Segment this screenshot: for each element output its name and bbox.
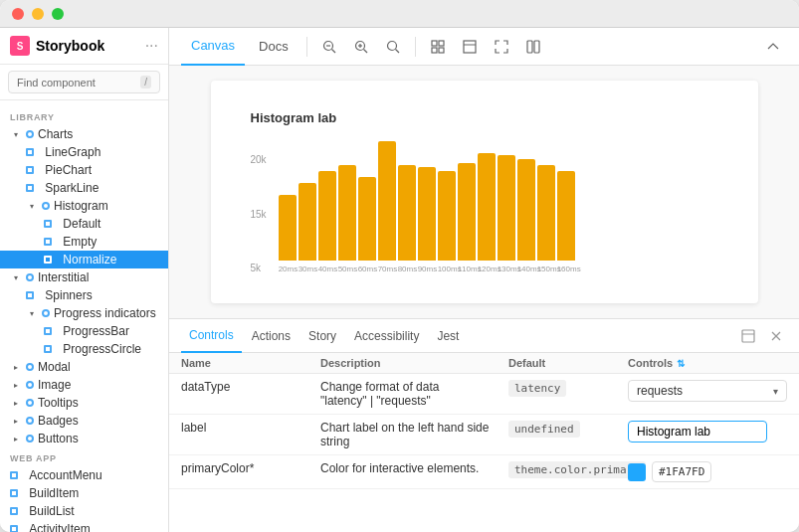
row-name-primarycolor: primaryColor* [181,461,320,475]
row-default-datatype: latency [508,380,628,397]
item-label: AccountMenu [29,468,101,482]
datatype-dropdown[interactable]: requests ▾ [628,380,787,402]
sidebar-item-buildlist[interactable]: BuildList [0,502,168,520]
controls-close-button[interactable] [765,325,787,347]
expand-button[interactable] [759,33,787,61]
story-icon [10,507,18,515]
folder-icon [26,435,34,443]
svg-rect-15 [527,41,532,53]
search-input[interactable]: Find component / [8,71,160,93]
sidebar-item-linegraph[interactable]: LineGraph [0,143,168,161]
chart-bar [557,171,575,261]
controls-expand-button[interactable] [737,325,759,347]
controls-table: Name Description Default Controls ⇅ [169,353,799,532]
sidebar-item-modal[interactable]: ▸ Modal [0,358,168,376]
titlebar [0,0,799,28]
x-label: 70ms [378,265,396,273]
sidebar-item-histogram[interactable]: ▾ Histogram [0,197,168,215]
row-desc-label: Chart label on the left hand side string [320,421,508,448]
sidebar-item-image[interactable]: ▸ Image [0,376,168,394]
sidebar-item-badges[interactable]: ▸ Badges [0,412,168,430]
chart-title: Histogram lab [251,110,718,125]
sidebar-item-empty[interactable]: Empty [0,233,168,251]
sidebar-item-interstitial[interactable]: ▾ Interstitial [0,268,168,286]
expand-icon: ▸ [10,397,22,409]
x-label: 40ms [318,265,336,273]
story-icon [44,345,52,353]
chart-bar [398,165,416,261]
fullscreen-button[interactable] [488,33,515,61]
sidebar-item-tooltips[interactable]: ▸ Tooltips [0,394,168,412]
sidebar-item-default[interactable]: Default [0,215,168,233]
layout-button[interactable] [456,33,484,61]
color-control: #1FA7FD [628,461,787,482]
zoom-in-button[interactable] [347,33,375,61]
table-row: label Chart label on the left hand side … [169,415,799,455]
sidebar-item-progressbar[interactable]: ProgressBar [0,322,168,340]
sidebar-item-normalize[interactable]: Normalize [0,251,168,268]
col-description: Description [320,357,508,369]
item-label: Image [38,378,71,392]
item-label: Buttons [38,432,79,445]
ctrl-tab-controls[interactable]: Controls [181,319,242,353]
story-icon [44,327,52,335]
x-label: 60ms [358,265,376,273]
tab-docs[interactable]: Docs [249,28,299,66]
sidebar-item-piechart[interactable]: PieChart [0,161,168,179]
grid-button[interactable] [424,33,452,61]
chart-bar [338,165,356,261]
sidebar-item-activityitem[interactable]: ActivityItem [0,520,168,532]
minimize-button[interactable] [32,8,44,20]
search-button[interactable] [379,33,407,61]
ctrl-tab-accessibility[interactable]: Accessibility [346,319,427,353]
story-icon [44,256,52,264]
item-label: ProgressCircle [63,342,141,356]
tab-canvas[interactable]: Canvas [181,28,245,66]
item-label: ActivityItem [29,522,90,532]
sidebar-menu-button[interactable]: ··· [145,37,158,55]
chart-bar [318,171,336,261]
row-control-primarycolor: #1FA7FD [628,461,787,482]
folder-icon [26,130,34,138]
col-controls: Controls ⇅ [628,357,787,369]
story-icon [44,220,52,228]
dots-button[interactable] [519,33,547,61]
sidebar-item-accountmenu[interactable]: AccountMenu [0,466,168,484]
sidebar-item-buttons[interactable]: ▸ Buttons [0,430,168,447]
expand-icon: ▾ [26,307,38,319]
sidebar-item-charts[interactable]: ▾ Charts [0,125,168,143]
color-input[interactable]: #1FA7FD [652,461,711,482]
controls-tabs: Controls Actions Story Accessibility Jes… [169,319,799,353]
color-swatch[interactable] [628,463,646,481]
sidebar-item-progresscircle[interactable]: ProgressCircle [0,340,168,358]
sidebar-item-progress-indicators[interactable]: ▾ Progress indicators [0,304,168,322]
close-button[interactable] [12,8,24,20]
item-label: ProgressBar [63,324,129,338]
sidebar-item-spinners[interactable]: Spinners [0,286,168,304]
chart-bar [438,171,456,261]
item-label: BuildItem [29,486,79,500]
controls-panel: Controls Actions Story Accessibility Jes… [169,318,799,532]
item-label: Badges [38,414,79,428]
x-label: 120ms [478,265,496,273]
ctrl-tab-actions-right [737,325,787,347]
item-label: Tooltips [38,396,79,410]
logo-icon: S [10,36,30,56]
zoom-out-button[interactable] [315,33,343,61]
ctrl-tab-jest[interactable]: Jest [429,319,467,353]
svg-rect-17 [742,330,754,342]
story-frame: Histogram lab 20k 15k 5k 20ms30ms40ms50m… [211,81,758,303]
label-input[interactable] [628,421,767,443]
canvas-area: Histogram lab 20k 15k 5k 20ms30ms40ms50m… [169,66,799,318]
item-label: LineGraph [45,145,100,159]
ctrl-tab-story[interactable]: Story [300,319,344,353]
search-shortcut: / [140,76,151,89]
y-label-20k: 20k [251,154,267,165]
sidebar-item-builditem[interactable]: BuildItem [0,484,168,502]
item-label: Modal [38,360,71,374]
row-name-label: label [181,421,320,435]
x-label: 150ms [537,265,555,273]
maximize-button[interactable] [52,8,64,20]
sidebar-item-sparkline[interactable]: SparkLine [0,179,168,197]
ctrl-tab-actions[interactable]: Actions [244,319,299,353]
